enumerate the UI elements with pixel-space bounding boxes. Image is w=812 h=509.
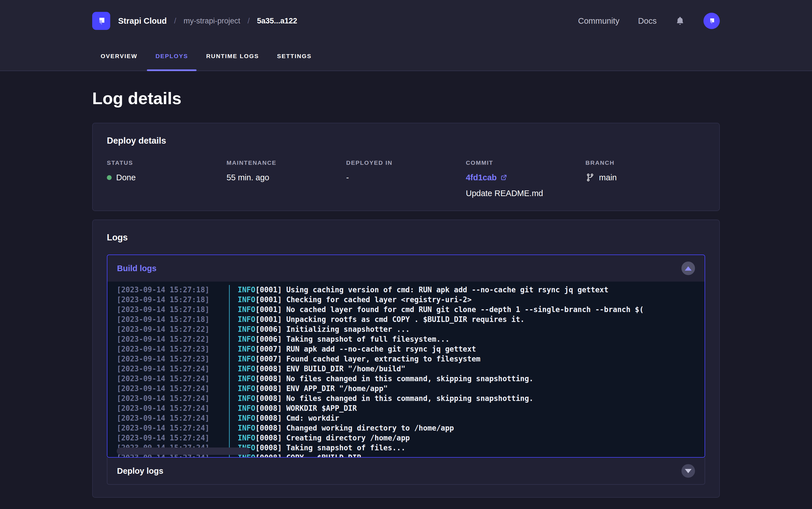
top-navigation: CommunityDocs xyxy=(578,13,720,29)
log-message-wrap: INFO[0008] WORKDIR $APP_DIR xyxy=(229,404,357,413)
commit-message: Update README.md xyxy=(466,189,585,198)
log-message-wrap: INFO[0007] Found cached layer, extractin… xyxy=(229,354,480,364)
strapi-logo-icon[interactable] xyxy=(92,12,110,30)
deploy-logs-expand-button[interactable] xyxy=(681,464,695,478)
log-line: [2023-09-14 15:27:23]INFO[0007] Found ca… xyxy=(117,354,705,364)
log-level: INFO xyxy=(238,285,255,294)
build-logs-panel: Build logs [2023-09-14 15:27:18]INFO[000… xyxy=(107,254,705,457)
deploy-details-fields: STATUSDoneMAINTENANCE55 min. agoDEPLOYED… xyxy=(107,160,705,198)
field-label: STATUS xyxy=(107,160,226,166)
tab-deploys[interactable]: DEPLOYS xyxy=(147,42,196,71)
breadcrumb-project[interactable]: my-strapi-project xyxy=(184,16,240,25)
field-value: 4fd1cab xyxy=(466,172,585,182)
field-label: MAINTENANCE xyxy=(226,160,346,166)
log-level: INFO xyxy=(238,394,255,403)
log-timestamp: [2023-09-14 15:27:18] xyxy=(117,315,229,325)
git-branch-icon xyxy=(586,173,595,182)
status-dot-success xyxy=(107,175,112,180)
log-timestamp: [2023-09-14 15:27:22] xyxy=(117,325,229,334)
topnav-link-docs[interactable]: Docs xyxy=(638,16,657,26)
deploy-logs-title: Deploy logs xyxy=(117,466,163,476)
log-timestamp: [2023-09-14 15:27:24] xyxy=(117,394,229,404)
avatar-strapi-icon[interactable] xyxy=(703,13,720,29)
log-line: [2023-09-14 15:27:23]INFO[0007] RUN apk … xyxy=(117,344,705,354)
deploy-logs-header[interactable]: Deploy logs xyxy=(107,457,705,485)
log-timestamp: [2023-09-14 15:27:24] xyxy=(117,423,229,433)
build-logs-title: Build logs xyxy=(117,264,156,273)
log-timestamp: [2023-09-14 15:27:23] xyxy=(117,344,229,354)
log-message-wrap: INFO[0001] Unpacking rootfs as cmd COPY … xyxy=(229,315,524,325)
log-line: [2023-09-14 15:27:24]INFO[0008] ENV APP_… xyxy=(117,384,705,394)
log-line: [2023-09-14 15:27:24]INFO[0008] No files… xyxy=(117,374,705,384)
horizontal-scrollbar-thumb[interactable] xyxy=(117,447,250,455)
log-level: INFO xyxy=(238,305,255,314)
field-label: COMMIT xyxy=(466,160,585,166)
log-message-wrap: INFO[0008] Changed working directory to … xyxy=(229,423,454,433)
bell-icon[interactable] xyxy=(675,16,685,26)
field-commit: COMMIT4fd1cabUpdate README.md xyxy=(466,160,585,198)
field-deployed-in: DEPLOYED IN- xyxy=(346,160,466,198)
log-message: [0006] Taking snapshot of full filesyste… xyxy=(255,335,450,343)
deploy-details-title: Deploy details xyxy=(107,136,705,146)
log-level: INFO xyxy=(238,404,255,412)
log-message-wrap: INFO[0008] Creating directory /home/app xyxy=(229,433,410,443)
log-message: [0007] Found cached layer, extracting to… xyxy=(255,355,480,363)
log-line: [2023-09-14 15:27:22]INFO[0006] Taking s… xyxy=(117,334,705,344)
log-message: [0001] Using caching version of cmd: RUN… xyxy=(255,285,608,294)
log-timestamp: [2023-09-14 15:27:22] xyxy=(117,334,229,344)
log-message-wrap: INFO[0006] Taking snapshot of full files… xyxy=(229,334,449,344)
field-label: BRANCH xyxy=(586,160,705,166)
tab-overview[interactable]: OVERVIEW xyxy=(92,42,146,71)
topnav-link-community[interactable]: Community xyxy=(578,16,620,26)
log-timestamp: [2023-09-14 15:27:18] xyxy=(117,305,229,315)
log-message-wrap: INFO[0001] No cached layer found for cmd… xyxy=(229,305,644,315)
commit-link[interactable]: 4fd1cab xyxy=(466,173,507,182)
log-timestamp: [2023-09-14 15:27:24] xyxy=(117,413,229,423)
breadcrumb-separator: / xyxy=(174,16,176,25)
field-label: DEPLOYED IN xyxy=(346,160,466,166)
log-message: [0001] Checking for cached layer <regist… xyxy=(255,296,472,304)
log-timestamp: [2023-09-14 15:27:24] xyxy=(117,433,229,443)
log-line: [2023-09-14 15:27:18]INFO[0001] Using ca… xyxy=(117,285,705,295)
log-level: INFO xyxy=(238,434,255,442)
log-message-wrap: INFO[0006] Initializing snapshotter ... xyxy=(229,325,410,334)
log-timestamp: [2023-09-14 15:27:18] xyxy=(117,285,229,295)
breadcrumb-deploy-id: 5a35...a122 xyxy=(257,16,297,25)
field-status: STATUSDone xyxy=(107,160,226,198)
logs-card: Logs Build logs [2023-09-14 15:27:18]INF… xyxy=(92,219,720,498)
log-line: [2023-09-14 15:27:18]INFO[0001] No cache… xyxy=(117,305,705,315)
log-message: [0007] RUN apk add --no-cache git rsync … xyxy=(255,345,476,353)
field-value: main xyxy=(586,172,705,182)
tab-runtime-logs[interactable]: RUNTIME LOGS xyxy=(198,42,267,71)
log-line: [2023-09-14 15:27:18]INFO[0001] Unpackin… xyxy=(117,315,705,325)
logs-accordion: Build logs [2023-09-14 15:27:18]INFO[000… xyxy=(107,254,705,485)
log-line: [2023-09-14 15:27:24]INFO[0008] ENV BUIL… xyxy=(117,364,705,374)
build-logs-header[interactable]: Build logs xyxy=(107,255,705,281)
log-message-wrap: INFO[0008] No files changed in this comm… xyxy=(229,394,533,404)
log-message-wrap: INFO[0008] ENV BUILD_DIR "/home/build" xyxy=(229,364,405,374)
log-message-wrap: INFO[0001] Using caching version of cmd:… xyxy=(229,285,608,295)
logs-title: Logs xyxy=(107,233,705,243)
log-level: INFO xyxy=(238,296,255,304)
log-message-wrap: INFO[0007] RUN apk add --no-cache git rs… xyxy=(229,344,476,354)
log-message: [0001] No cached layer found for cmd RUN… xyxy=(255,305,644,314)
log-level: INFO xyxy=(238,424,255,432)
log-message: [0008] Cmd: workdir xyxy=(255,414,339,422)
log-level: INFO xyxy=(238,345,255,353)
log-line: [2023-09-14 15:27:24]INFO[0008] Creating… xyxy=(117,433,705,443)
log-timestamp: [2023-09-14 15:27:23] xyxy=(117,354,229,364)
log-level: INFO xyxy=(238,355,255,363)
log-message-wrap: INFO[0001] Checking for cached layer <re… xyxy=(229,295,472,305)
breadcrumb-brand[interactable]: Strapi Cloud xyxy=(118,16,167,26)
log-message: [0008] Creating directory /home/app xyxy=(255,434,410,442)
log-level: INFO xyxy=(238,374,255,383)
log-message-wrap: INFO[0008] No files changed in this comm… xyxy=(229,374,533,384)
log-message: [0008] No files changed in this command,… xyxy=(255,394,533,403)
log-message-wrap: INFO[0008] Taking snapshot of files... xyxy=(229,443,405,453)
log-level: INFO xyxy=(238,335,255,343)
log-message-wrap: INFO[0008] Cmd: workdir xyxy=(229,413,339,423)
log-message: [0008] Taking snapshot of files... xyxy=(255,444,405,452)
tab-settings[interactable]: SETTINGS xyxy=(269,42,320,71)
log-timestamp: [2023-09-14 15:27:24] xyxy=(117,364,229,374)
build-logs-collapse-button[interactable] xyxy=(681,262,695,275)
